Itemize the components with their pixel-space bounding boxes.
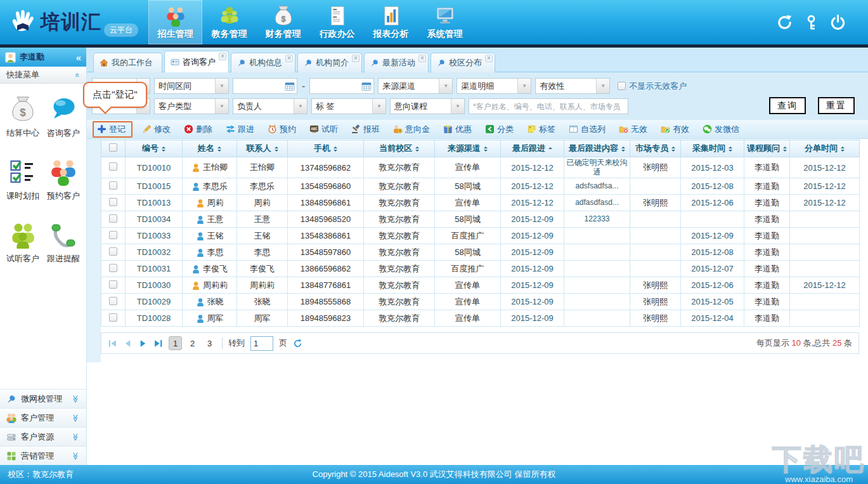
customer-type-select[interactable]: 客户类型▼ — [154, 98, 229, 114]
hide-invalid-checkbox[interactable]: 不显示无效客户 — [618, 81, 687, 92]
tab-close-icon[interactable]: × — [352, 55, 360, 62]
tab-close-icon[interactable]: × — [219, 53, 226, 60]
owner-select[interactable]: 负责人▼ — [233, 98, 308, 114]
toolbar-category-button[interactable]: 分类 — [485, 124, 514, 135]
customer-row[interactable]: TD10029张晓张晓18948555868敦克尔教育宣传单2015-12-09… — [101, 294, 860, 310]
last-page-icon[interactable] — [153, 339, 163, 348]
quick-moneybag[interactable]: $结算中心 — [6, 95, 39, 139]
toolbar-follow-button[interactable]: 跟进 — [226, 124, 254, 135]
customer-row[interactable]: TD10034王意王意13485968520敦克尔教育58同城2015-12-0… — [101, 211, 860, 228]
toolbar-columns-button[interactable]: 自选列 — [569, 124, 606, 135]
password-key-icon[interactable] — [803, 14, 820, 31]
select-all-header[interactable] — [101, 140, 126, 157]
quick-customers[interactable]: 预约客户 — [47, 158, 80, 202]
customer-row[interactable]: TD10033王铭王铭13548386861敦克尔教育百度推广2015-12-0… — [101, 228, 860, 244]
column-header-collect-time[interactable]: 采集时间 — [681, 140, 744, 157]
row-checkbox[interactable] — [109, 181, 117, 190]
column-header-market-specialist[interactable]: 市场专员 — [630, 140, 681, 157]
row-checkbox[interactable] — [109, 198, 117, 206]
quick-checklist[interactable]: 课时划扣 — [6, 158, 39, 202]
toolbar-del-button[interactable]: 删除 — [184, 124, 212, 135]
toolbar-wechat-button[interactable]: 发微信 — [703, 124, 739, 135]
toolbar-gift-button[interactable]: 优惠 — [443, 124, 472, 135]
nav-report[interactable]: 报表分析 — [364, 0, 418, 44]
query-button[interactable]: 查询 — [769, 97, 806, 114]
channel-detail-select[interactable]: 渠道明细▼ — [457, 78, 531, 94]
calendar-icon[interactable] — [285, 81, 295, 91]
dropdown-arrow-icon[interactable]: ▼ — [215, 79, 228, 93]
column-header-current-campus[interactable]: 当前校区 — [364, 140, 435, 157]
dropdown-arrow-icon[interactable]: ▼ — [596, 79, 609, 93]
tab-close-icon[interactable]: × — [285, 55, 293, 62]
customer-row[interactable]: TD10030周莉莉周莉莉13848776861敦克尔教育宣传单2015-12-… — [101, 277, 860, 294]
expand-chevron-icon[interactable]: ≫ — [72, 414, 81, 422]
user-bar[interactable]: 李道勤 « — [0, 48, 86, 67]
row-checkbox[interactable] — [109, 264, 117, 272]
collapse-up-icon[interactable]: « — [73, 72, 82, 77]
page-number-2[interactable]: 2 — [186, 336, 199, 350]
calendar-icon[interactable] — [361, 81, 372, 91]
sidebar-section-pushpin[interactable]: 微网校管理≫ — [0, 389, 86, 408]
tab-consult-customer[interactable]: 咨询客户× — [164, 51, 229, 72]
intent-course-select[interactable]: 意向课程▼ — [390, 98, 465, 114]
row-checkbox[interactable] — [109, 280, 117, 289]
toolbar-deposit-button[interactable]: ¥意向金 — [393, 124, 430, 135]
date-from-input[interactable] — [233, 78, 297, 94]
prev-page-icon[interactable] — [123, 339, 133, 348]
toolbar-audition-button[interactable]: ABC试听 — [309, 124, 338, 135]
logout-power-icon[interactable] — [829, 14, 846, 31]
quick-menu-header[interactable]: 快捷菜单 « — [0, 67, 86, 84]
tab-close-icon[interactable]: × — [485, 55, 493, 62]
column-header-source-channel[interactable]: 来源渠道 — [435, 140, 501, 157]
customer-row[interactable]: TD10028周军周军18948596823敦克尔教育宣传单2015-12-09… — [101, 310, 860, 327]
nav-office[interactable]: 行政办公 — [310, 0, 364, 44]
nav-academic[interactable]: 教务管理 — [202, 0, 256, 44]
toolbar-gavel-button[interactable]: 报班 — [351, 124, 380, 135]
reset-button[interactable]: 重置 — [818, 97, 855, 114]
customer-row[interactable]: TD10010王怡卿王怡卿13748596862敦克尔教育宣传单2015-12-… — [101, 157, 860, 178]
page-number-1[interactable]: 1 — [169, 336, 182, 350]
column-header-course-consultant[interactable]: 课程顾问 — [744, 140, 790, 157]
column-header-customer-id[interactable]: 编号 — [126, 140, 183, 157]
first-page-icon[interactable] — [108, 339, 117, 348]
toolbar-pencil-button[interactable]: 修改 — [142, 124, 171, 135]
dropdown-arrow-icon[interactable]: ▼ — [372, 99, 385, 114]
tab-org-intro[interactable]: 机构简介× — [297, 53, 362, 72]
expand-chevron-icon[interactable]: ≫ — [72, 395, 81, 403]
select-all-checkbox[interactable] — [109, 143, 117, 152]
row-checkbox[interactable] — [109, 313, 117, 322]
column-header-contact[interactable]: 联系人 — [237, 140, 288, 157]
dropdown-arrow-icon[interactable]: ▼ — [451, 99, 464, 114]
dropdown-arrow-icon[interactable]: ▼ — [215, 99, 228, 114]
row-checkbox[interactable] — [109, 162, 117, 171]
customer-row[interactable]: TD10013周莉周莉13848596861敦克尔教育宣传单2015-12-12… — [101, 195, 860, 211]
dropdown-arrow-icon[interactable]: ▼ — [439, 79, 452, 93]
toolbar-invalid-button[interactable]: 无效 — [619, 124, 647, 135]
sidebar-section-grid[interactable]: 营销管理≫ — [0, 446, 86, 465]
tab-latest-activity[interactable]: 最新活动× — [364, 53, 429, 72]
date-to-input[interactable] — [309, 78, 374, 94]
tab-org-info[interactable]: 机构信息× — [231, 53, 295, 72]
row-checkbox[interactable] — [109, 214, 117, 223]
reload-icon[interactable] — [293, 339, 302, 348]
tag-select[interactable]: 标 签▼ — [311, 98, 386, 114]
sidebar-collapse-icon[interactable]: « — [76, 52, 81, 63]
validity-select[interactable]: 有效性▼ — [535, 78, 610, 94]
checkbox-icon[interactable] — [618, 82, 626, 90]
toolbar-clock-button[interactable]: 预约 — [268, 124, 296, 135]
quick-phone[interactable]: 跟进提醒 — [47, 221, 80, 265]
tab-close-icon[interactable]: × — [418, 55, 426, 62]
quick-chat[interactable]: 咨询客户 — [47, 95, 80, 139]
column-header-last-follow-content[interactable]: 最后跟进内容 — [564, 140, 630, 157]
keyword-search-input[interactable] — [469, 98, 628, 114]
column-header-assign-time[interactable]: 分单时间 — [790, 140, 860, 157]
quick-green-customers[interactable]: 试听客户 — [6, 221, 39, 265]
dropdown-arrow-icon[interactable]: ▼ — [294, 99, 307, 114]
toolbar-valid-button[interactable]: 有效 — [661, 124, 689, 135]
source-channel-select[interactable]: 来源渠道▼ — [378, 78, 453, 94]
row-checkbox[interactable] — [109, 247, 117, 256]
column-header-last-follow[interactable]: 最后跟进 — [501, 140, 564, 157]
customer-row[interactable]: TD10031李俊飞李俊飞13866596862敦克尔教育百度推广2015-12… — [101, 261, 860, 277]
sidebar-section-customers2[interactable]: 客户管理≫ — [0, 408, 86, 427]
toolbar-tag-button[interactable]: 标签 — [527, 124, 555, 135]
